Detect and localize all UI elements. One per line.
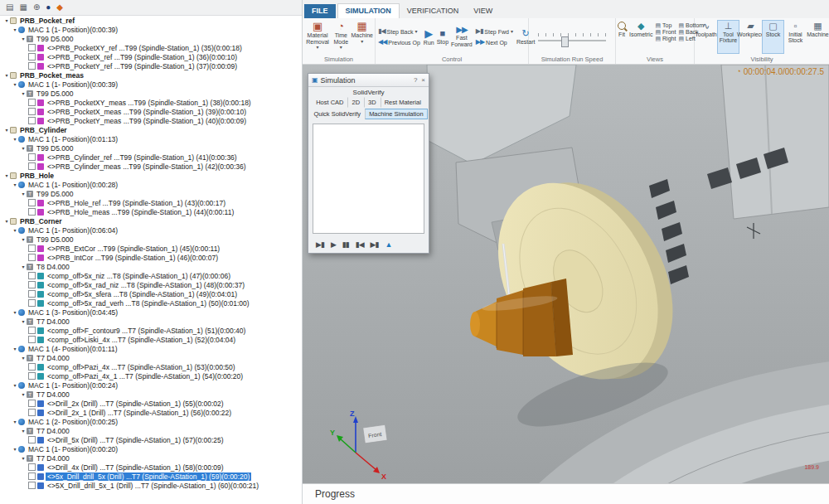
visibility-initial-stock-button[interactable]: ▫ Initial Stock bbox=[784, 20, 807, 54]
tree-expand-caret[interactable]: ▾ bbox=[12, 228, 18, 233]
close-icon[interactable]: × bbox=[421, 76, 425, 84]
tree-checkbox[interactable] bbox=[28, 409, 36, 416]
tree-row[interactable]: ▾ MAC 1 (1- Position)(0:00:20) bbox=[0, 444, 302, 453]
mode-2d-button[interactable]: 2D bbox=[347, 97, 364, 108]
tree-expand-caret[interactable]: ▾ bbox=[3, 173, 10, 178]
panel-title-bar[interactable]: ▣ Simulation ? × bbox=[308, 74, 429, 87]
tree-expand-caret[interactable]: ▾ bbox=[20, 237, 27, 242]
tree-checkbox[interactable] bbox=[28, 153, 36, 161]
tree-row[interactable]: ▾ <comp_off>F_contour9 ...T7 (Spindle-AS… bbox=[0, 326, 302, 335]
tree-expand-caret[interactable]: ▾ bbox=[20, 319, 27, 324]
tree-expand-caret[interactable]: ▾ bbox=[20, 191, 27, 196]
material-removal-mode-button[interactable]: ▣ Material Removal ▾ bbox=[303, 20, 332, 54]
tree-row[interactable]: ▾ <comp_off>Pazi_4x_1 ...T7 (Spindle-ASt… bbox=[0, 371, 302, 380]
next-op-button[interactable]: ▶▶ Next Op bbox=[474, 38, 515, 46]
tree-expand-caret[interactable]: ▾ bbox=[12, 383, 18, 388]
tree-row[interactable]: ▾ T7 D4.000 bbox=[0, 426, 302, 435]
tree-row[interactable]: ▾ <>PRB_Cylinder_ref ...T99 (Spindle-Sta… bbox=[0, 153, 302, 162]
mode-host-cad-button[interactable]: Host CAD bbox=[312, 97, 347, 108]
tree-row[interactable]: ▾ PRB_Corner bbox=[0, 216, 302, 225]
tree-expand-caret[interactable]: ▾ bbox=[3, 73, 10, 78]
tree-row[interactable]: ▾ <comp_off>Liski_4x ...T7 (Spindle-ASta… bbox=[0, 335, 302, 344]
tree-row[interactable]: ▾ <>Drill_2x_1 (Drill) ...T7 (Spindle-AS… bbox=[0, 408, 302, 417]
mode-3d-button[interactable]: 3D bbox=[364, 97, 381, 108]
tree-row[interactable]: ▾ T8 D4.000 bbox=[0, 262, 302, 271]
visibility-tool-fixture-button[interactable]: ⊥ Tool Fixture bbox=[717, 20, 739, 54]
tree-checkbox[interactable] bbox=[28, 44, 36, 51]
mode-rest-material-button[interactable]: Rest Material bbox=[381, 97, 425, 108]
tree-row[interactable]: ▾ <>PRB_PocketX_meas ...T99 (Spindle-Sta… bbox=[0, 107, 302, 116]
tree-row[interactable]: ▾ <>Drill_5x (Drill) ...T7 (Spindle-ASta… bbox=[0, 435, 302, 444]
tree-row[interactable]: ▾ <comp_off>5x_rad_niz ...T8 (Spindle-AS… bbox=[0, 280, 302, 289]
tree-row[interactable]: ▾ T99 D5.000 bbox=[0, 189, 302, 198]
step-back-button[interactable]: ▮◀ Step Back ▾ bbox=[376, 27, 422, 36]
tree-row[interactable]: ▾ T7 D4.000 bbox=[0, 453, 302, 463]
tree-expand-caret[interactable]: ▾ bbox=[12, 447, 18, 452]
tree-checkbox[interactable] bbox=[28, 99, 36, 106]
tree-row[interactable]: ▾ PRB_Pocket_meas bbox=[0, 70, 302, 80]
tree-row[interactable]: ▾ <>PRB_PocketY_ref ...T99 (Spindle-Stat… bbox=[0, 61, 302, 70]
tree-row[interactable]: ▾ T99 D5.000 bbox=[0, 89, 302, 98]
tree-row[interactable]: ▾ PRB_Pocket_ref bbox=[0, 16, 302, 25]
tree-expand-caret[interactable]: ▾ bbox=[3, 128, 10, 133]
tree-checkbox[interactable] bbox=[28, 199, 36, 206]
tree-expand-caret[interactable]: ▾ bbox=[12, 419, 18, 424]
tree-checkbox[interactable] bbox=[28, 463, 36, 471]
tree-row[interactable]: ▾ MAC 1 (3- Position)(0:04:45) bbox=[0, 308, 302, 317]
tree-checkbox[interactable] bbox=[28, 117, 36, 124]
tree-row[interactable]: ▾ MAC 1 (1- Position)(0:00:28) bbox=[0, 180, 302, 189]
slider-thumb[interactable] bbox=[561, 36, 569, 47]
tree-row[interactable]: ▾ <>5X_Drill_drill_5x_1 (Drill) ...T7 (S… bbox=[0, 481, 302, 490]
tree-checkbox[interactable] bbox=[28, 482, 36, 489]
tree-row[interactable]: ▾ <comp_off>5x_sfera ...T8 (Spindle-ASta… bbox=[0, 289, 302, 298]
tree-expand-caret[interactable]: ▾ bbox=[20, 91, 27, 96]
tree-checkbox[interactable] bbox=[28, 327, 36, 334]
tree-checkbox[interactable] bbox=[28, 336, 36, 343]
tree-checkbox[interactable] bbox=[28, 62, 36, 70]
layout-grid-icon[interactable]: ▦ bbox=[19, 3, 27, 12]
simulation-speed-slider[interactable] bbox=[538, 33, 606, 45]
tree-expand-caret[interactable]: ▾ bbox=[12, 310, 18, 315]
tree-row[interactable]: ▾ MAC 1 (1- Position)(0:00:39) bbox=[0, 80, 302, 89]
tree-expand-caret[interactable]: ▾ bbox=[20, 356, 27, 361]
mode-quick-solidverify-button[interactable]: Quick SolidVerify bbox=[309, 109, 365, 119]
tree-row[interactable]: ▾ <comp_off>5x_rad_verh ...T8 (Spindle-A… bbox=[0, 298, 302, 308]
fit-button[interactable]: Fit bbox=[617, 21, 627, 54]
run-single-step-button[interactable]: ▶▮ bbox=[316, 240, 324, 249]
tree-checkbox[interactable] bbox=[28, 472, 36, 480]
machine-viewport[interactable]: Front Z Y X ◔ 00:00:04.0/00:00:27.5 189. bbox=[303, 65, 829, 483]
tree-checkbox[interactable] bbox=[28, 245, 36, 252]
mode-machine-simulation-button[interactable]: Machine Simulation bbox=[365, 109, 427, 119]
tab-simulation[interactable]: SIMULATION bbox=[337, 3, 400, 18]
tree-row[interactable]: ▾ <>Drill_2x (Drill) ...T7 (Spindle-ASta… bbox=[0, 399, 302, 408]
visibility-toolpath-button[interactable]: ∿ Toolpath bbox=[695, 20, 717, 54]
tab-view[interactable]: VIEW bbox=[466, 4, 500, 18]
tree-checkbox[interactable] bbox=[28, 436, 36, 443]
view-right-button[interactable]: ▤ Right bbox=[655, 36, 676, 41]
visibility-stock-button[interactable]: ▢ Stock bbox=[762, 20, 784, 54]
tree-row[interactable]: ▾ <comp_off>Pazi_4x ...T7 (Spindle-AStat… bbox=[0, 362, 302, 371]
tree-expand-caret[interactable]: ▾ bbox=[20, 36, 27, 41]
goto-marker-button[interactable]: ▲ bbox=[385, 240, 392, 249]
tree-expand-caret[interactable]: ▾ bbox=[12, 182, 18, 187]
tree-row[interactable]: ▾ T99 D5.000 bbox=[0, 143, 302, 153]
tree-row[interactable]: ▾ T99 D5.000 bbox=[0, 34, 302, 43]
tree-checkbox[interactable] bbox=[28, 108, 36, 115]
tree-expand-caret[interactable]: ▾ bbox=[12, 137, 18, 142]
tree-row[interactable]: ▾ MAC 1 (1- Position)(0:00:24) bbox=[0, 380, 302, 390]
tree-expand-caret[interactable]: ▾ bbox=[3, 219, 10, 224]
solidcam-logo-icon[interactable]: ◆ bbox=[56, 3, 63, 12]
help-icon[interactable]: ? bbox=[414, 76, 417, 84]
visibility-workpiece-button[interactable]: ▰ Workpiece bbox=[739, 20, 762, 54]
stop-button[interactable]: ■ Stop bbox=[436, 28, 449, 46]
tree-row[interactable]: ▾ MAC 1 (4- Position)(0:01:11) bbox=[0, 344, 302, 353]
tree-row[interactable]: ▾ T7 D4.000 bbox=[0, 390, 302, 399]
tree-checkbox[interactable] bbox=[28, 372, 36, 380]
tree-checkbox[interactable] bbox=[28, 53, 36, 61]
tree-expand-caret[interactable]: ▾ bbox=[20, 146, 27, 151]
tree-row[interactable]: ▾ <>PRB_Cylinder_meas ...T99 (Spindle-St… bbox=[0, 162, 302, 171]
tree-checkbox[interactable] bbox=[28, 208, 36, 216]
view-front-button[interactable]: ▤ Front bbox=[655, 29, 676, 35]
origin-target-icon[interactable]: ⊕ bbox=[33, 3, 40, 12]
pause-button[interactable]: ▮▮ bbox=[342, 240, 349, 249]
